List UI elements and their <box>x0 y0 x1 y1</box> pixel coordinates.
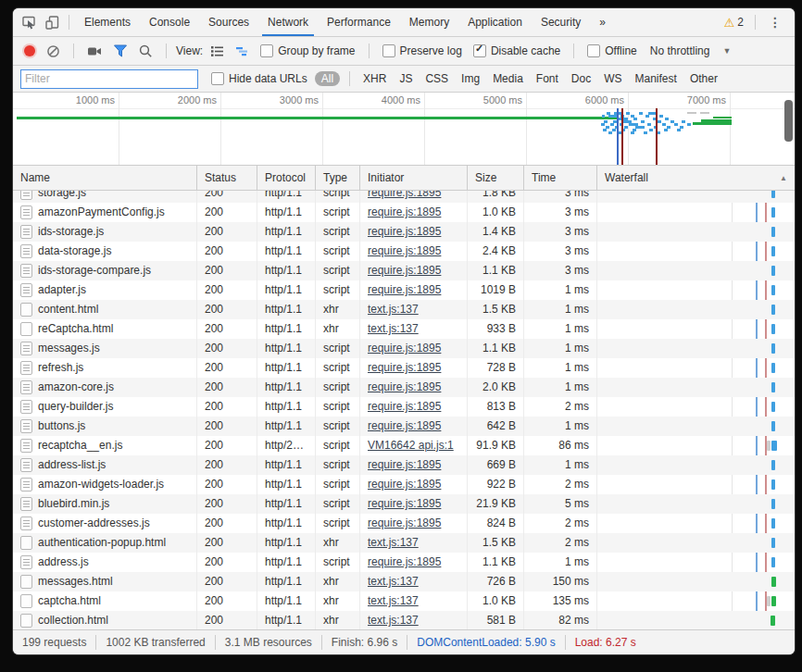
tab-sources[interactable]: Sources <box>199 8 258 36</box>
filter-type-manifest[interactable]: Manifest <box>635 72 677 85</box>
filter-type-font[interactable]: Font <box>536 72 558 85</box>
tab-network[interactable]: Network <box>258 8 318 36</box>
request-row[interactable]: amazon-widgets-loader.js 200 http/1.1 sc… <box>13 475 795 494</box>
filter-type-js[interactable]: JS <box>399 72 412 85</box>
filter-type-all[interactable]: All <box>315 71 340 86</box>
filter-funnel-icon[interactable] <box>109 40 132 62</box>
request-initiator-link[interactable]: require.js:1895 <box>368 361 441 374</box>
network-summary-bar: 199 requests 1002 KB transferred 3.1 MB … <box>13 629 795 654</box>
request-row[interactable]: bluebird.min.js 200 http/1.1 script requ… <box>13 494 795 514</box>
large-rows-toggle-icon[interactable] <box>207 40 228 62</box>
request-row[interactable]: buttons.js 200 http/1.1 script require.j… <box>13 417 795 436</box>
network-overview-timeline[interactable]: 1000 ms2000 ms3000 ms4000 ms5000 ms6000 … <box>13 93 795 166</box>
tab-elements[interactable]: Elements <box>75 8 140 36</box>
console-warning-badge[interactable]: ⚠ 2 <box>719 16 749 29</box>
request-row[interactable]: data-storage.js 200 http/1.1 script requ… <box>13 242 795 261</box>
kebab-menu-icon[interactable]: ⋮ <box>761 15 789 30</box>
request-time: 1 ms <box>524 358 597 378</box>
hide-data-urls-checkbox[interactable]: Hide data URLs <box>207 72 311 85</box>
request-row[interactable]: refresh.js 200 http/1.1 script require.j… <box>13 358 795 378</box>
filter-type-ws[interactable]: WS <box>604 72 621 85</box>
waterfall-bar <box>771 246 775 256</box>
request-size: 581 B <box>468 611 524 629</box>
group-by-frame-checkbox[interactable]: Group by frame <box>257 44 358 57</box>
disable-cache-checkbox[interactable]: Disable cache <box>470 44 564 57</box>
column-header-status[interactable]: Status <box>197 166 257 190</box>
filter-type-css[interactable]: CSS <box>425 72 448 85</box>
request-row[interactable]: amazonPaymentConfig.js 200 http/1.1 scri… <box>13 203 795 222</box>
request-row[interactable]: customer-addresses.js 200 http/1.1 scrip… <box>13 514 795 533</box>
waterfall-bar <box>771 499 775 509</box>
filter-input[interactable] <box>20 69 198 89</box>
request-row[interactable]: address.js 200 http/1.1 script require.j… <box>13 553 795 572</box>
request-row[interactable]: collection.html 200 http/1.1 xhr text.js… <box>13 611 795 629</box>
request-initiator-link[interactable]: require.js:1895 <box>368 478 441 491</box>
request-initiator-link[interactable]: require.js:1895 <box>368 497 441 510</box>
overview-toggle-icon[interactable] <box>232 40 253 62</box>
request-initiator-link[interactable]: text.js:137 <box>368 536 419 549</box>
request-row[interactable]: ids-storage.js 200 http/1.1 script requi… <box>13 222 795 242</box>
filter-type-doc[interactable]: Doc <box>571 72 591 85</box>
column-header-initiator[interactable]: Initiator <box>360 166 468 190</box>
column-header-time[interactable]: Time <box>524 166 597 190</box>
device-toolbar-icon[interactable] <box>41 12 63 32</box>
request-initiator-link[interactable]: text.js:137 <box>368 322 419 335</box>
tab-performance[interactable]: Performance <box>318 8 400 36</box>
request-initiator-link[interactable]: require.js:1895 <box>368 380 441 393</box>
request-row[interactable]: recaptcha__en.js 200 http/2… script VM16… <box>13 436 795 455</box>
tab-application[interactable]: Application <box>458 8 532 36</box>
request-row[interactable]: messages.html 200 http/1.1 xhr text.js:1… <box>13 572 795 591</box>
request-row[interactable]: authentication-popup.html 200 http/1.1 x… <box>13 533 795 553</box>
request-row[interactable]: content.html 200 http/1.1 xhr text.js:13… <box>13 300 795 319</box>
offline-checkbox[interactable]: Offline <box>583 44 640 57</box>
tab-console[interactable]: Console <box>140 8 199 36</box>
column-header-waterfall[interactable]: Waterfall ▲ <box>597 166 795 190</box>
request-initiator-link[interactable]: text.js:137 <box>368 614 419 627</box>
request-row[interactable]: reCaptcha.html 200 http/1.1 xhr text.js:… <box>13 319 795 339</box>
tab-memory[interactable]: Memory <box>400 8 458 36</box>
request-initiator-link[interactable]: require.js:1895 <box>368 342 441 355</box>
request-initiator-link[interactable]: require.js:1895 <box>368 516 441 529</box>
request-initiator-link[interactable]: require.js:1895 <box>368 191 441 199</box>
scrollbar-thumb[interactable] <box>784 100 793 142</box>
request-initiator-link[interactable]: require.js:1895 <box>368 458 441 471</box>
filter-type-other[interactable]: Other <box>690 72 718 85</box>
overview-gray-segment <box>700 112 709 114</box>
request-initiator-link[interactable]: require.js:1895 <box>368 400 441 413</box>
request-initiator-link[interactable]: text.js:137 <box>368 594 419 607</box>
request-initiator-link[interactable]: require.js:1895 <box>368 205 441 218</box>
request-row[interactable]: storage.js 200 http/1.1 script require.j… <box>13 191 795 203</box>
request-initiator-link[interactable]: text.js:137 <box>368 575 419 588</box>
request-row[interactable]: address-list.js 200 http/1.1 script requ… <box>13 455 795 475</box>
request-initiator-link[interactable]: text.js:137 <box>368 303 419 316</box>
request-initiator-link[interactable]: require.js:1895 <box>368 264 441 277</box>
column-header-size[interactable]: Size <box>468 166 524 190</box>
column-header-type[interactable]: Type <box>316 166 360 190</box>
request-row[interactable]: messages.js 200 http/1.1 script require.… <box>13 339 795 358</box>
request-row[interactable]: query-builder.js 200 http/1.1 script req… <box>13 397 795 417</box>
inspect-element-icon[interactable] <box>19 12 41 32</box>
screenshot-camera-icon[interactable] <box>83 40 106 62</box>
filter-type-xhr[interactable]: XHR <box>363 72 386 85</box>
preserve-log-checkbox[interactable]: Preserve log <box>379 44 466 57</box>
request-row[interactable]: ids-storage-compare.js 200 http/1.1 scri… <box>13 261 795 280</box>
clear-button[interactable] <box>43 40 64 62</box>
more-tabs-chevron[interactable]: » <box>590 8 615 36</box>
request-initiator-link[interactable]: require.js:1895 <box>368 283 441 296</box>
column-header-protocol[interactable]: Protocol <box>257 166 316 190</box>
request-initiator-link[interactable]: require.js:1895 <box>368 225 441 238</box>
request-initiator-link[interactable]: require.js:1895 <box>368 244 441 257</box>
tab-security[interactable]: Security <box>532 8 590 36</box>
request-initiator-link[interactable]: require.js:1895 <box>368 555 441 568</box>
request-row[interactable]: amazon-core.js 200 http/1.1 script requi… <box>13 378 795 397</box>
request-row[interactable]: captcha.html 200 http/1.1 xhr text.js:13… <box>13 591 795 611</box>
filter-type-media[interactable]: Media <box>493 72 523 85</box>
request-row[interactable]: adapter.js 200 http/1.1 script require.j… <box>13 280 795 300</box>
column-header-name[interactable]: Name <box>13 166 197 190</box>
throttling-dropdown[interactable]: No throttling ▼ <box>645 44 737 57</box>
record-button[interactable] <box>20 40 39 62</box>
request-initiator-link[interactable]: require.js:1895 <box>368 419 441 432</box>
request-initiator-link[interactable]: VM16642 api.js:1 <box>368 439 454 452</box>
filter-type-img[interactable]: Img <box>461 72 480 85</box>
search-icon[interactable] <box>135 40 157 62</box>
